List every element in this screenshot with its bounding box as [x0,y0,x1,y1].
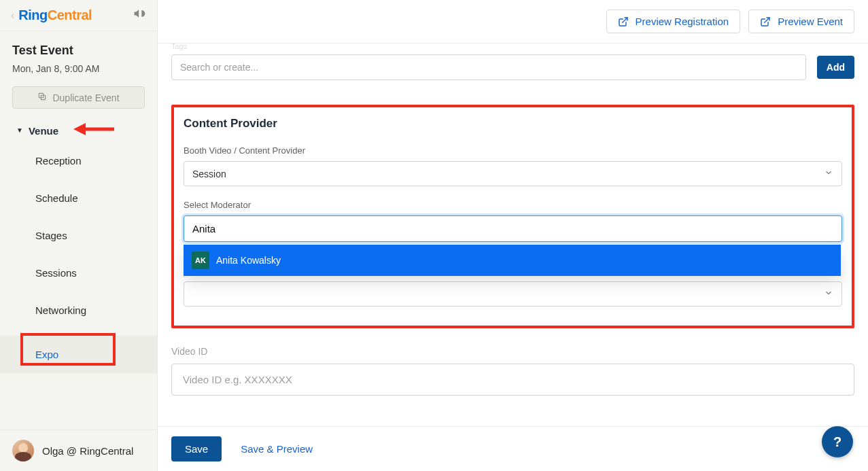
venue-toggle[interactable]: ▼ Venue [0,117,157,142]
topbar: Preview Registration Preview Event [158,0,868,43]
external-link-icon [760,16,771,27]
logo[interactable]: ‹ RingCentral [11,7,92,23]
help-button[interactable]: ? [822,426,853,457]
booth-video-label: Booth Video / Content Provider [184,145,842,156]
sidebar-item-schedule[interactable]: Schedule [0,179,157,217]
caret-down-icon: ▼ [16,126,23,134]
copy-icon [37,92,47,103]
annotation-arrow-icon [73,120,116,141]
moderator-option-name: Anita Kowalsky [216,255,281,266]
video-id-input[interactable] [171,364,854,396]
moderator-input-wrap[interactable] [184,215,842,242]
svg-marker-3 [73,123,86,135]
duplicate-event-button[interactable]: Duplicate Event [12,86,145,109]
save-button[interactable]: Save [171,436,222,461]
moderator-option[interactable]: AK Anita Kowalsky [184,245,841,276]
event-info: Test Event Mon, Jan 8, 9:00 AM Duplicate… [0,31,157,117]
social-title: Social [171,424,854,426]
preview-registration-button[interactable]: Preview Registration [606,10,741,33]
sidebar-item-stages[interactable]: Stages [0,217,157,254]
nav-list: Reception Schedule Stages Sessions Netwo… [0,142,157,430]
sidebar-item-sessions[interactable]: Sessions [0,254,157,292]
tags-label: Tags [171,43,854,50]
preview-event-button[interactable]: Preview Event [748,10,854,33]
sidebar: ‹ RingCentral Test Event Mon, Jan 8, 9:0… [0,0,158,471]
duplicate-label: Duplicate Event [52,92,119,103]
external-link-icon [618,16,629,27]
brand-text: RingCentral [18,7,92,23]
sidebar-header: ‹ RingCentral [0,0,157,31]
content-provider-title: Content Provider [184,117,842,130]
save-preview-button[interactable]: Save & Preview [241,443,313,455]
main: Preview Registration Preview Event Tags … [158,0,868,471]
content-provider-panel: Content Provider Booth Video / Content P… [171,105,854,328]
moderator-label: Select Moderator [184,200,842,210]
booth-video-value: Session [192,169,226,179]
user-avatar [12,440,34,461]
chevron-down-icon [824,288,833,300]
fallback-video-select[interactable] [184,281,842,307]
moderator-input[interactable] [184,216,841,241]
svg-line-5 [765,18,769,22]
event-time: Mon, Jan 8, 9:00 AM [12,63,145,74]
sidebar-item-reception[interactable]: Reception [0,142,157,179]
chevron-down-icon [824,168,833,179]
savebar: Save Save & Preview [158,426,868,471]
avatar-badge: AK [192,251,209,269]
user-display-name: Olga @ RingCentral [42,445,133,457]
preview-registration-label: Preview Registration [636,16,729,27]
megaphone-icon[interactable] [133,7,146,24]
preview-event-label: Preview Event [778,16,843,27]
svg-line-4 [622,18,627,22]
booth-video-select[interactable]: Session [184,161,842,186]
help-icon: ? [833,434,841,450]
sidebar-item-networking[interactable]: Networking [0,292,157,329]
add-tag-button[interactable]: Add [817,56,854,79]
moderator-field: Select Moderator AK Anita Kowalsky [184,200,842,307]
event-title: Test Event [12,43,145,58]
back-chevron-icon[interactable]: ‹ [11,10,14,22]
tags-input[interactable] [171,54,806,80]
tags-row: Add [171,54,854,80]
content: Tags Add Content Provider Booth Video / … [158,43,868,426]
sidebar-footer[interactable]: Olga @ RingCentral [0,430,157,471]
venue-label: Venue [29,125,58,137]
video-id-label: Video ID [171,346,854,357]
moderator-dropdown: AK Anita Kowalsky [184,245,841,276]
sidebar-item-expo[interactable]: Expo [0,336,157,373]
